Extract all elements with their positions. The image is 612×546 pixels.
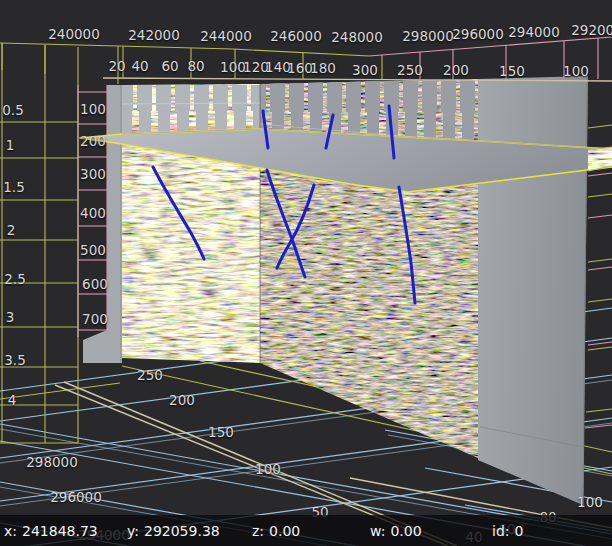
status-x: x:241848.73	[4, 523, 98, 539]
section-backside-panel[interactable]	[478, 76, 588, 505]
seismic-section-crossline[interactable]	[110, 70, 275, 375]
status-w: w:0.00	[370, 523, 422, 539]
seismic-3d-viewport[interactable]: 2400002420002440002460002480002980002960…	[0, 0, 612, 546]
status-y: y:292059.38	[127, 523, 220, 539]
scene-canvas[interactable]	[0, 0, 612, 546]
status-id: id:0	[492, 523, 523, 539]
status-bar: x:241848.73 y:292059.38 z:0.00 w:0.00 id…	[0, 515, 612, 546]
status-z: z:0.00	[252, 523, 300, 539]
